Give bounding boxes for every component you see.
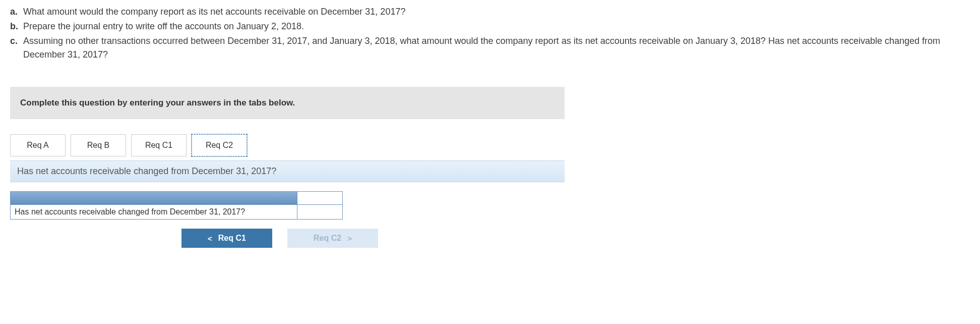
tab-req-c1[interactable]: Req C1 xyxy=(131,134,187,156)
prev-button[interactable]: < Req C1 xyxy=(181,229,272,248)
answer-table-right xyxy=(297,191,343,220)
tab-req-b[interactable]: Req B xyxy=(71,134,126,156)
question-label-c: c. xyxy=(10,34,20,62)
tabs-row: Req A Req B Req C1 Req C2 xyxy=(10,134,565,156)
question-label-a: a. xyxy=(10,5,20,19)
answer-table: Has net accounts receivable changed from… xyxy=(10,191,343,220)
answer-input-cell[interactable] xyxy=(297,192,342,205)
tab-req-a[interactable]: Req A xyxy=(10,134,66,156)
answer-table-left: Has net accounts receivable changed from… xyxy=(10,191,297,220)
answer-table-header xyxy=(11,192,297,205)
question-item-c: c. Assuming no other transactions occurr… xyxy=(10,34,970,62)
question-text-c: Assuming no other transactions occurred … xyxy=(23,34,970,62)
question-text-b: Prepare the journal entry to write off t… xyxy=(23,20,970,33)
next-button[interactable]: Req C2 > xyxy=(287,229,378,248)
question-list: a. What amount would the company report … xyxy=(10,5,970,62)
question-text-a: What amount would the company report as … xyxy=(23,5,970,19)
answer-table-empty-cell xyxy=(297,205,342,219)
instruction-bar: Complete this question by entering your … xyxy=(10,87,565,119)
answer-table-question-cell: Has net accounts receivable changed from… xyxy=(11,205,297,219)
question-prompt: Has net accounts receivable changed from… xyxy=(10,160,565,182)
nav-buttons: < Req C1 Req C2 > xyxy=(181,229,970,248)
question-label-b: b. xyxy=(10,20,20,33)
chevron-left-icon: < xyxy=(208,234,212,243)
chevron-right-icon: > xyxy=(347,234,352,243)
next-button-label: Req C2 xyxy=(314,234,341,243)
question-item-b: b. Prepare the journal entry to write of… xyxy=(10,20,970,33)
question-item-a: a. What amount would the company report … xyxy=(10,5,970,19)
tab-req-c2[interactable]: Req C2 xyxy=(192,134,247,156)
prev-button-label: Req C1 xyxy=(218,234,246,243)
